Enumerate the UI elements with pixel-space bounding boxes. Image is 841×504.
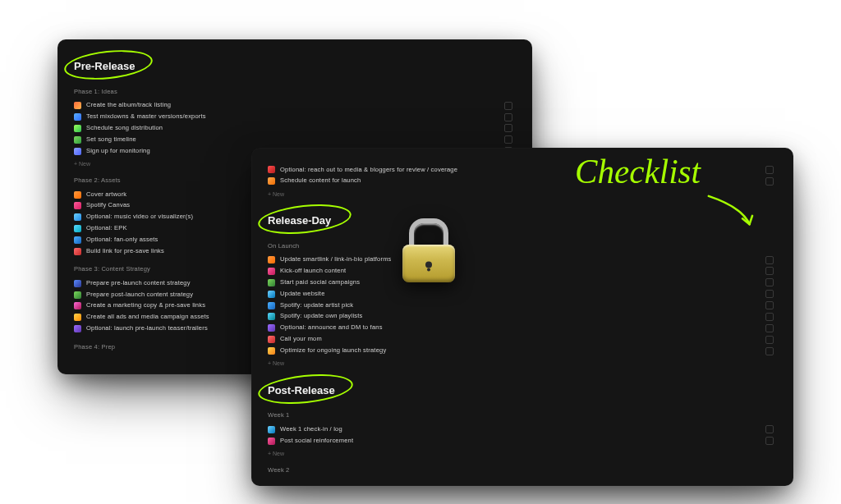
- list-item[interactable]: Post social reinforcement: [268, 435, 780, 447]
- checkbox-icon[interactable]: [765, 437, 774, 445]
- item-label: Optional: launch pre-launch teaser/trail…: [86, 324, 208, 333]
- bullet-icon: [268, 279, 275, 286]
- bullet-icon: [74, 213, 81, 221]
- checkbox-icon[interactable]: [765, 278, 774, 286]
- list-item[interactable]: Update smartlink / link-in-bio platforms: [268, 254, 780, 266]
- list-item[interactable]: Spotify: update own playlists: [268, 311, 780, 323]
- bullet-icon: [268, 438, 275, 445]
- new-row-button[interactable]: + New: [268, 450, 780, 458]
- checklist-card-release-post: Optional: reach out to media & bloggers …: [251, 148, 793, 486]
- checkbox-icon[interactable]: [504, 113, 512, 121]
- bullet-icon: [74, 202, 81, 209]
- list-item[interactable]: Set song timeline: [74, 134, 519, 145]
- bullet-icon: [268, 336, 275, 343]
- item-label: Set song timeline: [86, 135, 136, 144]
- item-label: Optional: fan-only assets: [86, 236, 159, 245]
- item-label: Prepare post-launch content strategy: [86, 291, 193, 300]
- item-label: Schedule song distribution: [86, 124, 163, 133]
- checkbox-icon[interactable]: [765, 256, 774, 264]
- subhead: On Launch: [268, 242, 780, 251]
- item-label: Spotify Canvas: [86, 201, 130, 210]
- checkbox-icon[interactable]: [504, 102, 512, 110]
- bullet-icon: [74, 102, 81, 109]
- list-item[interactable]: Spotify: update artist pick: [268, 300, 780, 311]
- item-label: Call your mom: [280, 335, 322, 344]
- item-label: Week 1 check-in / log: [280, 425, 342, 434]
- item-label: Schedule content for launch: [280, 176, 361, 186]
- list-item[interactable]: Kick-off launch content: [268, 265, 780, 277]
- checkbox-icon[interactable]: [765, 290, 774, 298]
- item-label: Sign up for monitoring: [86, 147, 150, 156]
- bullet-icon: [74, 236, 81, 244]
- bullet-icon: [268, 347, 275, 355]
- subhead: Phase 1: Ideas: [74, 88, 519, 97]
- checkbox-icon[interactable]: [765, 301, 774, 309]
- new-row-button[interactable]: + New: [268, 190, 780, 199]
- bullet-icon: [268, 426, 275, 433]
- checkbox-icon[interactable]: [765, 425, 774, 433]
- item-label: Test mixdowns & master versions/exports: [86, 112, 206, 121]
- section-heading-pre-release: Pre-Release: [74, 59, 135, 75]
- item-label: Spotify: update artist pick: [280, 301, 353, 310]
- subhead: Week 2: [268, 466, 780, 475]
- item-label: Optional: music video or visualizer(s): [86, 213, 193, 222]
- bullet-icon: [74, 148, 81, 155]
- item-label: Create all ads and media campaign assets: [86, 313, 209, 322]
- bullet-icon: [268, 268, 275, 275]
- checkbox-icon[interactable]: [504, 124, 512, 132]
- bullet-icon: [268, 313, 275, 320]
- bullet-icon: [74, 191, 81, 199]
- checkbox-icon[interactable]: [765, 267, 774, 275]
- section-heading-release-day: Release-Day: [268, 213, 331, 229]
- bullet-icon: [268, 302, 275, 309]
- list-item[interactable]: Week 1 check-in / log: [268, 424, 780, 435]
- list-item[interactable]: Call your mom: [268, 334, 780, 346]
- list-item[interactable]: Update website: [268, 288, 780, 300]
- checkbox-icon[interactable]: [504, 135, 512, 144]
- list-item[interactable]: Schedule content for launch: [268, 176, 780, 187]
- list-item[interactable]: Create the album/track listing: [74, 100, 519, 112]
- item-label: Optional: EPK: [86, 224, 127, 233]
- item-label: Create the album/track listing: [86, 101, 171, 110]
- item-label: Build link for pre-save links: [86, 247, 164, 256]
- item-label: Start paid social campaigns: [280, 278, 360, 287]
- item-label: Post social reinforcement: [280, 437, 353, 446]
- list-item[interactable]: Test mixdowns & master versions/exports: [74, 112, 519, 123]
- item-label: Optional: reach out to media & bloggers …: [280, 166, 457, 175]
- checkbox-icon[interactable]: [765, 336, 774, 344]
- bullet-icon: [268, 166, 275, 173]
- list-item[interactable]: Schedule song distribution: [74, 122, 519, 134]
- checkbox-icon[interactable]: [765, 324, 774, 332]
- bullet-icon: [74, 113, 81, 121]
- checkbox-icon[interactable]: [765, 166, 774, 174]
- bullet-icon: [268, 177, 275, 185]
- bullet-icon: [268, 324, 275, 332]
- checkbox-icon[interactable]: [765, 347, 774, 355]
- item-label: Spotify: update own playlists: [280, 312, 362, 321]
- item-label: Cover artwork: [86, 190, 126, 199]
- item-label: Update smartlink / link-in-bio platforms: [280, 255, 392, 264]
- checkbox-icon[interactable]: [765, 177, 774, 186]
- bullet-icon: [74, 136, 81, 144]
- bullet-icon: [74, 280, 81, 287]
- new-row-button[interactable]: + New: [268, 360, 780, 368]
- list-item[interactable]: Start paid social campaigns: [268, 277, 780, 288]
- item-label: Update website: [280, 290, 325, 299]
- item-label: Prepare pre-launch content strategy: [86, 279, 191, 288]
- item-label: Create a marketing copy & pre-save links: [86, 301, 205, 310]
- bullet-icon: [268, 291, 275, 298]
- bullet-icon: [74, 302, 81, 309]
- checkbox-icon[interactable]: [765, 313, 774, 321]
- bullet-icon: [74, 325, 81, 332]
- lock-icon: [402, 218, 455, 282]
- list-item[interactable]: Optional: reach out to media & bloggers …: [268, 164, 780, 176]
- bullet-icon: [268, 256, 275, 263]
- item-label: Kick-off launch content: [280, 267, 346, 276]
- item-label: Optional: announce and DM to fans: [280, 323, 383, 332]
- bullet-icon: [74, 225, 81, 232]
- item-label: Optimize for ongoing launch strategy: [280, 346, 386, 355]
- subhead: Week 1: [268, 411, 780, 420]
- list-item[interactable]: Optional: announce and DM to fans: [268, 323, 780, 334]
- list-item[interactable]: Optimize for ongoing launch strategy: [268, 346, 780, 357]
- bullet-icon: [74, 314, 81, 321]
